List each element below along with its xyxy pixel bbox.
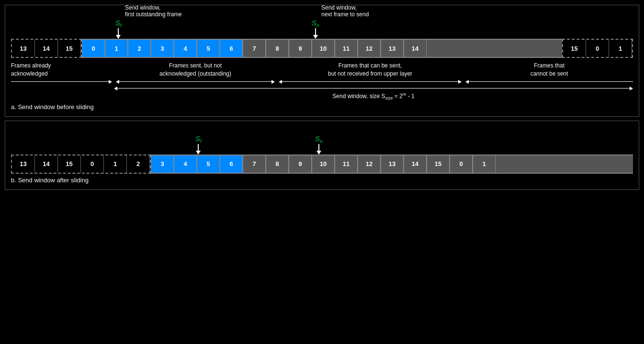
frame-14-left: 14 bbox=[35, 40, 58, 57]
frame-1: 1 bbox=[105, 40, 128, 57]
annot4-text: Frames thatcannot be sent bbox=[465, 62, 633, 78]
b-sf-stem bbox=[198, 144, 199, 151]
b-frame-12: 12 bbox=[358, 155, 381, 173]
send-window-row bbox=[114, 87, 633, 90]
b-frame-0g: 0 bbox=[450, 155, 473, 173]
b-frame-4: 4 bbox=[174, 155, 197, 173]
b-frame-14: 14 bbox=[35, 155, 58, 173]
annotations-row: Frames alreadyacknowledged Frames sent, … bbox=[11, 62, 633, 84]
sw-size-sub: size bbox=[385, 96, 393, 100]
b-frame-7: 7 bbox=[243, 155, 266, 173]
sw-left-head bbox=[114, 87, 117, 90]
b-sf-sub: f bbox=[200, 139, 202, 144]
sn-arrow-stem bbox=[315, 28, 316, 35]
b-frame-6: 6 bbox=[220, 155, 243, 173]
annot3-line bbox=[282, 81, 458, 82]
b-frame-1g: 1 bbox=[473, 155, 496, 173]
annot2-right-head bbox=[271, 80, 275, 84]
sw-line bbox=[117, 88, 630, 89]
sw-m-sup: m bbox=[403, 92, 407, 97]
sn-arrow-group: Send window, next frame to send Sn bbox=[312, 4, 319, 39]
frame-9: 9 bbox=[289, 40, 312, 57]
send-window-label: Send window, size Ssize = 2m - 1 bbox=[114, 92, 633, 100]
b-frame-5: 5 bbox=[197, 155, 220, 173]
b-sf-head bbox=[196, 151, 201, 155]
b-frame-15g: 15 bbox=[427, 155, 450, 173]
sf-label: Sf bbox=[115, 19, 122, 28]
b-sn-head bbox=[316, 151, 321, 155]
b-frame-1: 1 bbox=[104, 155, 127, 173]
panel-b: Sf Sn 13 14 bbox=[5, 121, 639, 190]
frame-13: 13 bbox=[381, 40, 404, 57]
annot4-line bbox=[469, 81, 633, 82]
annot4-arrow bbox=[465, 80, 633, 84]
b-frame-14g: 14 bbox=[404, 155, 427, 173]
panel-b-arrows-row: Sf Sn bbox=[11, 126, 633, 155]
panel-a: Send window, first outstanding frame Sf … bbox=[5, 5, 639, 117]
frame-12: 12 bbox=[358, 40, 381, 57]
annot3-col: Frames that can be sent,but not received… bbox=[277, 62, 463, 84]
sw-right-head bbox=[630, 87, 633, 90]
panel-a-inner: Send window, first outstanding frame Sf … bbox=[11, 10, 633, 100]
b-frame-13: 13 bbox=[12, 155, 35, 173]
b-frame-0: 0 bbox=[81, 155, 104, 173]
annot2-line bbox=[119, 81, 271, 82]
b-frame-8: 8 bbox=[266, 155, 289, 173]
panel-a-label: a. Send window before sliding bbox=[11, 103, 633, 111]
panel-b-label: b. Send window after sliding bbox=[11, 177, 633, 184]
annot1-text: Frames alreadyacknowledged bbox=[11, 62, 112, 78]
frame-7: 7 bbox=[243, 40, 266, 57]
sf-arrow-stem bbox=[118, 28, 119, 35]
b-left-dashed: 13 14 15 0 1 2 bbox=[11, 155, 151, 174]
frame-15-left: 15 bbox=[58, 40, 81, 57]
frame-13-left: 13 bbox=[12, 40, 35, 57]
frame-2: 2 bbox=[128, 40, 151, 57]
frame-14: 14 bbox=[404, 40, 427, 57]
frame-5: 5 bbox=[197, 40, 220, 57]
sf-arrow-head bbox=[116, 35, 121, 39]
b-frame-15: 15 bbox=[58, 155, 81, 173]
annot3-right-head bbox=[458, 80, 462, 84]
sn-desc: Send window, next frame to send bbox=[321, 4, 369, 18]
frame-6: 6 bbox=[220, 40, 243, 57]
b-sf-label: Sf bbox=[195, 134, 202, 144]
annot4-col: Frames thatcannot be sent bbox=[463, 62, 633, 84]
sn-label: Sn bbox=[312, 19, 319, 28]
annot2-left-head bbox=[116, 80, 119, 84]
b-sf-arrow-group: Sf bbox=[195, 134, 202, 155]
annot2-text: Frames sent, but notacknowledged (outsta… bbox=[116, 62, 275, 78]
b-frame-10: 10 bbox=[312, 155, 335, 173]
sn-sub: n bbox=[316, 23, 319, 28]
annot1-arrow bbox=[11, 80, 112, 84]
b-solid-bar: 3 4 5 6 7 8 9 10 11 12 13 14 15 0 1 bbox=[151, 155, 633, 174]
right-dashed-section: 15 0 1 bbox=[562, 39, 633, 58]
b-frame-9: 9 bbox=[289, 155, 312, 173]
annot3-left-head bbox=[279, 80, 282, 84]
b-frame-3: 3 bbox=[151, 155, 174, 173]
annot1-arrowhead bbox=[109, 80, 112, 84]
annot2-col: Frames sent, but notacknowledged (outsta… bbox=[114, 62, 277, 84]
frame-15-right: 15 bbox=[563, 40, 586, 57]
b-frame-11: 11 bbox=[335, 155, 358, 173]
frame-1-right: 1 bbox=[609, 40, 632, 57]
annot4-left-head bbox=[465, 80, 469, 84]
b-sn-stem bbox=[318, 144, 319, 151]
sf-sub: f bbox=[120, 23, 122, 28]
diagram-container: Send window, first outstanding frame Sf … bbox=[5, 5, 639, 190]
panel-a-arrows-row: Send window, first outstanding frame Sf … bbox=[11, 10, 633, 39]
panel-a-frame-bar: 13 14 15 0 1 2 3 4 5 6 7 8 9 bbox=[11, 39, 633, 58]
frame-8: 8 bbox=[266, 40, 289, 57]
sf-arrow-group: Send window, first outstanding frame Sf bbox=[115, 4, 122, 39]
annot3-arrow bbox=[279, 80, 462, 84]
b-sn-label: Sn bbox=[315, 134, 323, 144]
frame-11: 11 bbox=[335, 40, 358, 57]
frame-4: 4 bbox=[174, 40, 197, 57]
frame-0: 0 bbox=[82, 40, 105, 57]
annot1-col: Frames alreadyacknowledged bbox=[11, 62, 114, 84]
panel-b-inner: Sf Sn 13 14 bbox=[11, 126, 633, 174]
b-frame-2: 2 bbox=[127, 155, 150, 173]
sn-arrow-head bbox=[313, 35, 318, 39]
annot3-text: Frames that can be sent,but not received… bbox=[279, 62, 462, 78]
annot2-arrow bbox=[116, 80, 275, 84]
left-dashed-section: 13 14 15 bbox=[11, 39, 82, 58]
